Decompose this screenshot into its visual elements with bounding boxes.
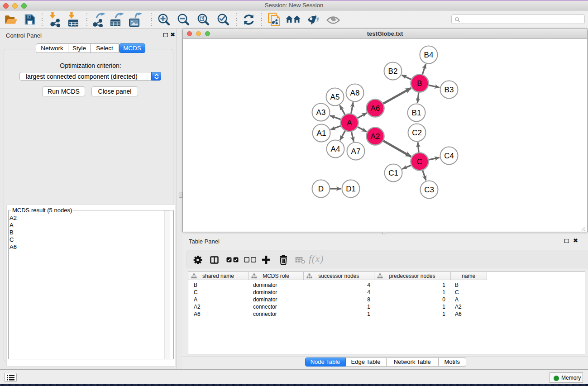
svg-text:B3: B3	[445, 86, 454, 94]
svg-text:A7: A7	[351, 147, 361, 156]
svg-text:B: B	[417, 79, 422, 88]
svg-text:B1: B1	[412, 109, 421, 117]
svg-text:B4: B4	[424, 51, 434, 59]
svg-text:A3: A3	[316, 108, 326, 117]
svg-text:A: A	[347, 119, 352, 127]
svg-text:C4: C4	[444, 152, 454, 160]
svg-text:A6: A6	[371, 104, 380, 113]
svg-text:D: D	[318, 185, 324, 193]
svg-text:A8: A8	[350, 89, 360, 97]
svg-text:A2: A2	[371, 132, 380, 141]
svg-text:C1: C1	[388, 169, 398, 177]
svg-text:C: C	[417, 157, 422, 166]
svg-text:A1: A1	[317, 129, 326, 138]
svg-text:D1: D1	[346, 185, 356, 193]
svg-text:A5: A5	[330, 93, 340, 101]
svg-text:B2: B2	[388, 67, 398, 76]
svg-text:C2: C2	[412, 129, 422, 137]
svg-text:A4: A4	[331, 145, 340, 153]
svg-text:C3: C3	[424, 186, 434, 194]
